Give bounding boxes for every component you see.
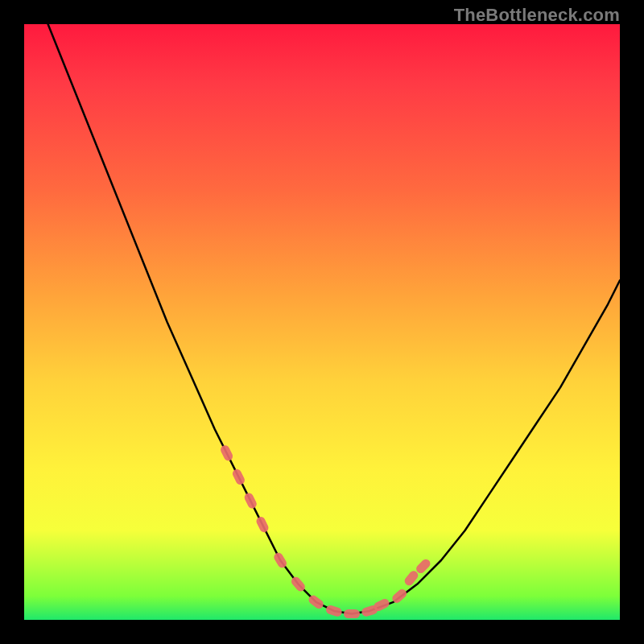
marker-point [243, 492, 258, 510]
marker-point [325, 605, 343, 618]
marker-point [344, 609, 360, 618]
chart-svg [24, 24, 620, 620]
marker-point [231, 468, 246, 486]
marker-point [219, 444, 234, 462]
plot-area [24, 24, 620, 620]
highlighted-points [219, 444, 432, 618]
bottleneck-curve [48, 24, 620, 614]
outer-frame: TheBottleneck.com [0, 0, 644, 644]
marker-point [255, 515, 270, 534]
watermark-text: TheBottleneck.com [454, 5, 620, 26]
